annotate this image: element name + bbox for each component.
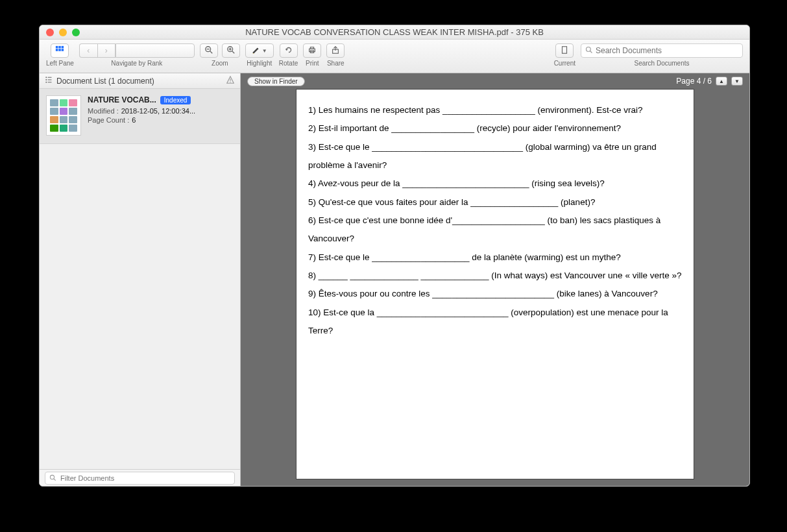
svg-line-20 xyxy=(590,51,592,53)
page-up-button[interactable]: ▲ xyxy=(716,77,727,86)
warning-icon[interactable] xyxy=(226,75,235,86)
titlebar: NATURE VOCAB CONVERSATION CLASS WEAK INT… xyxy=(40,25,749,40)
zoom-window-button[interactable] xyxy=(72,29,80,36)
content-header: Show in Finder Page 4 / 6 ▲ ▼ xyxy=(241,73,749,89)
document-text-line: 4) Avez-vous peur de la ________________… xyxy=(308,175,682,193)
app-window: NATURE VOCAB CONVERSATION CLASS WEAK INT… xyxy=(39,25,750,487)
triangle-up-icon: ▲ xyxy=(719,79,724,84)
grid-icon xyxy=(55,45,64,56)
filter-bar xyxy=(40,469,240,486)
svg-rect-1 xyxy=(59,45,62,48)
svg-point-25 xyxy=(45,82,47,83)
pdf-page: 1) Les humains ne respectent pas _______… xyxy=(296,89,694,479)
current-label: Current xyxy=(554,60,575,67)
document-thumbnail xyxy=(46,95,81,136)
zoom-out-icon xyxy=(204,45,213,56)
document-text-line: 2) Est-il important de _________________… xyxy=(308,119,682,138)
document-text-line: 7) Est-ce que le ____________________ de… xyxy=(308,248,682,267)
document-list-item[interactable]: NATURE VOCAB... Indexed Modified : 2018-… xyxy=(40,89,240,144)
leftpane-toggle-button[interactable] xyxy=(51,43,69,58)
svg-line-30 xyxy=(54,478,56,480)
close-window-button[interactable] xyxy=(46,29,54,36)
leftpane-label: Left Pane xyxy=(46,60,74,67)
zoom-in-icon xyxy=(226,45,236,56)
document-text-line: 9) Êtes-vous pour ou contre les ________… xyxy=(308,285,682,303)
zoom-label: Zoom xyxy=(212,60,228,67)
svg-rect-18 xyxy=(563,46,567,53)
svg-line-10 xyxy=(232,51,235,53)
svg-rect-2 xyxy=(62,45,64,48)
content-area: Show in Finder Page 4 / 6 ▲ ▼ 1) Les hum… xyxy=(241,73,749,486)
highlighter-icon xyxy=(252,45,261,56)
filter-field[interactable] xyxy=(45,472,235,485)
traffic-lights xyxy=(40,29,80,36)
page-indicator: Page 4 / 6 xyxy=(676,77,712,86)
highlight-label: Highlight xyxy=(247,60,272,67)
svg-point-28 xyxy=(230,82,230,82)
chevron-down-icon: ▼ xyxy=(262,48,267,54)
chevron-right-icon: › xyxy=(105,46,108,55)
toolbar: Left Pane ‹ › Navigate by Rank xyxy=(40,40,749,73)
document-list: NATURE VOCAB... Indexed Modified : 2018-… xyxy=(40,89,240,469)
minimize-window-button[interactable] xyxy=(59,29,67,36)
svg-line-7 xyxy=(210,51,213,53)
document-name: NATURE VOCAB... xyxy=(88,95,156,104)
printer-icon xyxy=(308,45,317,56)
svg-point-23 xyxy=(45,79,47,80)
document-text-line: 8) ______ ______________ ______________ … xyxy=(308,267,682,285)
sidebar-header: Document List (1 document) xyxy=(40,73,240,89)
zoom-in-button[interactable] xyxy=(222,43,240,58)
svg-rect-3 xyxy=(56,49,58,51)
modified-key: Modified : xyxy=(88,107,119,115)
search-icon xyxy=(585,46,593,56)
indexed-badge: Indexed xyxy=(160,96,191,104)
page-viewport[interactable]: 1) Les humains ne respectent pas _______… xyxy=(241,89,749,486)
highlight-button[interactable]: ▼ xyxy=(245,43,274,58)
search-input[interactable] xyxy=(596,46,738,55)
filter-input[interactable] xyxy=(60,474,230,482)
svg-rect-14 xyxy=(311,47,314,49)
share-button[interactable] xyxy=(326,43,345,58)
rotate-icon xyxy=(284,45,293,56)
print-button[interactable] xyxy=(303,43,321,58)
document-text-line: 5) Qu'est-ce que vous faites pour aider … xyxy=(308,193,682,212)
navigate-label: Navigate by Rank xyxy=(111,60,162,67)
nav-back-button[interactable]: ‹ xyxy=(79,43,97,58)
pagecount-key: Page Count : xyxy=(88,116,129,124)
list-icon xyxy=(45,76,53,86)
document-icon xyxy=(560,45,569,56)
print-label: Print xyxy=(306,60,319,67)
svg-point-29 xyxy=(50,475,54,479)
document-metadata: NATURE VOCAB... Indexed Modified : 2018-… xyxy=(88,95,234,136)
document-text-line: 6) Est-ce que c'est une bonne idée d'___… xyxy=(308,212,682,248)
window-title: NATURE VOCAB CONVERSATION CLASS WEAK INT… xyxy=(40,27,749,37)
svg-rect-0 xyxy=(56,45,58,48)
svg-point-21 xyxy=(45,77,47,78)
share-label: Share xyxy=(327,60,345,67)
current-button[interactable] xyxy=(555,43,574,58)
search-icon xyxy=(49,472,56,484)
rotate-label: Rotate xyxy=(279,60,298,67)
document-text-line: 3) Est-ce que le _______________________… xyxy=(308,138,682,175)
document-text-line: 1) Les humains ne respectent pas _______… xyxy=(308,101,682,119)
rotate-button[interactable] xyxy=(280,43,298,58)
rank-dropdown[interactable] xyxy=(115,43,195,58)
search-label: Search Documents xyxy=(634,60,689,67)
page-down-button[interactable]: ▼ xyxy=(731,77,743,86)
pagecount-value: 6 xyxy=(132,116,136,124)
nav-forward-button[interactable]: › xyxy=(97,43,115,58)
svg-rect-4 xyxy=(59,49,62,51)
document-text-line: 10) Est-ce que la ______________________… xyxy=(308,304,682,341)
svg-rect-5 xyxy=(62,49,64,51)
search-field[interactable] xyxy=(581,43,743,58)
chevron-left-icon: ‹ xyxy=(87,46,90,55)
sidebar: Document List (1 document) NATURE VOCAB.… xyxy=(40,73,241,486)
zoom-out-button[interactable] xyxy=(200,43,218,58)
modified-value: 2018-12-05, 12:00:34... xyxy=(121,107,195,115)
share-icon xyxy=(331,45,340,56)
triangle-down-icon: ▼ xyxy=(734,79,740,84)
sidebar-header-text: Document List (1 document) xyxy=(56,77,154,86)
svg-point-19 xyxy=(587,47,591,51)
show-in-finder-button[interactable]: Show in Finder xyxy=(247,77,305,86)
